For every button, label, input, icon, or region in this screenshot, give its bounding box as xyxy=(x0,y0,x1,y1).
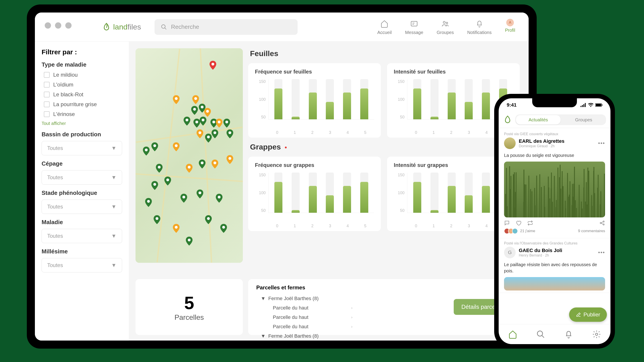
bar[interactable] xyxy=(304,173,321,213)
bar[interactable] xyxy=(304,79,321,119)
map-panel[interactable] xyxy=(136,48,243,263)
map-pin[interactable] xyxy=(212,129,218,138)
disease-checkbox-row[interactable]: L'érinose xyxy=(44,111,122,117)
checkbox-icon[interactable] xyxy=(44,82,50,88)
map-pin[interactable] xyxy=(152,142,158,151)
farm-row[interactable]: ▼ Ferme Joël Barthes (8) xyxy=(256,331,512,341)
map-pin[interactable] xyxy=(199,160,206,168)
parcel-row[interactable]: Parcelle du haut› xyxy=(258,303,352,313)
bar[interactable] xyxy=(478,173,495,213)
map-pin[interactable] xyxy=(152,181,158,190)
heart-icon[interactable] xyxy=(516,220,522,226)
bar[interactable] xyxy=(356,173,373,213)
post-author-name[interactable]: GAEC du Bois Joli xyxy=(519,248,562,253)
tab-news[interactable]: Actualités xyxy=(516,115,560,124)
comments-count[interactable]: 9 commentaires xyxy=(578,229,605,233)
map-pin[interactable] xyxy=(184,117,190,126)
map-pin[interactable] xyxy=(205,134,212,143)
map-pin[interactable] xyxy=(186,164,192,173)
bar[interactable] xyxy=(443,173,460,213)
nav-profile[interactable]: A Profil xyxy=(505,19,515,35)
bar[interactable] xyxy=(460,173,478,213)
post-image[interactable] xyxy=(504,277,605,291)
likes-count[interactable]: 21 j'aime xyxy=(520,229,535,233)
map-pin[interactable] xyxy=(192,95,199,104)
map-pin[interactable] xyxy=(186,237,192,246)
bar[interactable] xyxy=(287,173,304,213)
bar[interactable] xyxy=(409,79,426,119)
bar[interactable] xyxy=(409,173,426,213)
map-pin[interactable] xyxy=(154,215,160,224)
map-pin[interactable] xyxy=(220,224,227,233)
home-icon[interactable] xyxy=(508,330,517,339)
parcel-row[interactable]: Parcelle du haut› xyxy=(258,322,352,331)
publish-button[interactable]: Publier xyxy=(569,308,607,322)
map-pin[interactable] xyxy=(191,106,198,115)
map-pin[interactable] xyxy=(205,215,212,224)
bell-icon[interactable] xyxy=(564,330,573,339)
filter-select[interactable]: Toutes▼ xyxy=(42,141,122,155)
map-pin[interactable] xyxy=(196,129,203,138)
map-pin[interactable] xyxy=(226,155,233,164)
filter-select[interactable]: Toutes▼ xyxy=(42,229,122,243)
post-more-icon[interactable]: ••• xyxy=(598,140,605,146)
checkbox-icon[interactable] xyxy=(44,92,50,97)
nav-message[interactable]: Message xyxy=(405,19,423,35)
map-pin[interactable] xyxy=(164,177,171,185)
nav-notifications[interactable]: Notifications xyxy=(467,19,492,35)
share-icon[interactable] xyxy=(599,220,605,226)
bar[interactable] xyxy=(338,79,356,119)
filter-select[interactable]: Toutes▼ xyxy=(42,200,122,214)
map-pin[interactable] xyxy=(173,224,180,233)
map-pin[interactable] xyxy=(216,119,222,128)
bar[interactable] xyxy=(426,79,443,119)
map-pin[interactable] xyxy=(196,189,203,198)
bar[interactable] xyxy=(426,173,443,213)
bar[interactable] xyxy=(338,173,356,213)
bar[interactable] xyxy=(287,79,304,119)
search-input[interactable]: Recherche xyxy=(154,19,298,35)
map-pin[interactable] xyxy=(173,95,180,104)
disease-checkbox-row[interactable]: L'oïdium xyxy=(44,81,122,88)
bar[interactable] xyxy=(321,173,338,213)
map-pin[interactable] xyxy=(216,194,222,203)
post-more-icon[interactable]: ••• xyxy=(598,249,605,256)
feed[interactable]: Posté via GIEE couverts végétaux EARL de… xyxy=(499,128,610,324)
map-pin[interactable] xyxy=(143,147,150,156)
map-pin[interactable] xyxy=(145,198,152,207)
post-author-name[interactable]: EARL des Aigrettes xyxy=(519,138,564,144)
search-icon[interactable] xyxy=(536,330,545,339)
map-pin[interactable] xyxy=(226,129,233,138)
disease-checkbox-row[interactable]: Le mildiou xyxy=(44,72,122,78)
filter-select[interactable]: Toutes▼ xyxy=(42,170,122,185)
bar[interactable] xyxy=(356,79,373,119)
map-pin[interactable] xyxy=(204,108,211,117)
parcel-row[interactable]: Parcelle du haut› xyxy=(258,313,352,322)
map-pin[interactable] xyxy=(156,164,162,173)
map-pin[interactable] xyxy=(212,160,218,168)
filter-select[interactable]: Toutes▼ xyxy=(42,258,122,272)
post-avatar[interactable] xyxy=(504,137,516,149)
post-image[interactable] xyxy=(504,162,605,217)
post-avatar[interactable]: G xyxy=(504,247,516,258)
disease-checkbox-row[interactable]: La pourriture grise xyxy=(44,101,122,107)
map-pin[interactable] xyxy=(194,119,200,128)
disease-checkbox-row[interactable]: Le black-Rot xyxy=(44,91,122,98)
bar[interactable] xyxy=(443,79,460,119)
repost-icon[interactable] xyxy=(527,220,533,226)
gear-icon[interactable] xyxy=(592,330,601,339)
app-logo[interactable]: landfiles xyxy=(102,22,141,31)
checkbox-icon[interactable] xyxy=(44,72,50,78)
show-all-link[interactable]: Tout afficher xyxy=(42,121,122,126)
leaf-icon[interactable] xyxy=(503,115,512,124)
map-pin[interactable] xyxy=(173,142,180,151)
nav-groups[interactable]: Groupes xyxy=(437,19,454,35)
map-pin[interactable] xyxy=(200,117,206,126)
bar[interactable] xyxy=(460,79,478,119)
nav-home[interactable]: Accueil xyxy=(377,19,392,35)
map-pin[interactable] xyxy=(180,194,187,203)
bar[interactable] xyxy=(321,79,338,119)
tab-groups[interactable]: Groupes xyxy=(561,114,606,125)
comment-icon[interactable] xyxy=(504,220,510,226)
map-pin[interactable] xyxy=(210,61,216,70)
